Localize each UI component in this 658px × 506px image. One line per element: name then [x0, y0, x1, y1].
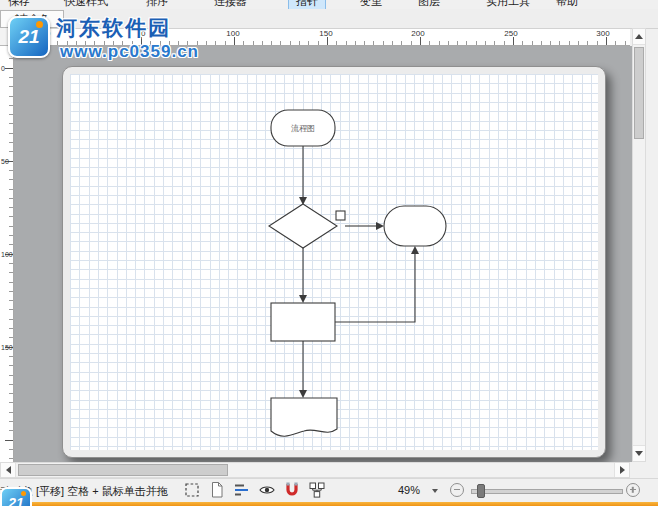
layout-grid-icon[interactable]: [308, 481, 326, 499]
arrow-right-icon: [620, 466, 625, 474]
vertical-scrollbar-thumb[interactable]: [634, 47, 644, 139]
ruler-tick-label: 150: [1, 344, 13, 351]
status-bar: 动对象 [平移] 空格 + 鼠标单击并拖: [0, 478, 658, 502]
menubar: 保存 快速样式 排序 连接器 指针 变里 图层 实用工具 帮助: [0, 0, 658, 9]
plus-icon-v: [632, 487, 634, 493]
scroll-left-button[interactable]: [1, 463, 16, 477]
menu-item-quick-style[interactable]: 快速样式: [64, 0, 108, 9]
ruler-tick-label: 50: [137, 29, 146, 38]
horizontal-ruler: 0 50 100 150 200 250 300: [14, 28, 630, 46]
arrow-up-icon: [635, 34, 643, 39]
menu-item-pointer-active[interactable]: 指针: [288, 0, 326, 9]
new-page-icon[interactable]: [208, 481, 226, 499]
ruler-tick-label: 150: [319, 29, 332, 38]
menu-item-arrange[interactable]: 排序: [146, 0, 168, 9]
menu-item-help[interactable]: 帮助: [556, 0, 578, 9]
page-grid: [70, 74, 598, 450]
page[interactable]: [62, 66, 606, 458]
bottom-accent-strip: [0, 502, 658, 506]
ruler-tick-label: 50: [1, 158, 9, 165]
scroll-right-button[interactable]: [614, 463, 629, 477]
menu-item-utilities[interactable]: 实用工具: [486, 0, 530, 9]
ruler-corner: [0, 28, 14, 46]
snap-magnet-icon[interactable]: [283, 481, 301, 499]
arrow-down-icon: [635, 451, 643, 456]
zoom-in-button[interactable]: [626, 483, 640, 497]
horizontal-scrollbar[interactable]: [0, 462, 630, 478]
status-hint-text: 动对象 [平移] 空格 + 鼠标单击并拖: [0, 484, 168, 499]
zoom-slider-handle[interactable]: [477, 484, 485, 498]
horizontal-scrollbar-thumb[interactable]: [18, 464, 228, 476]
menu-item-layers[interactable]: 图层: [418, 0, 440, 9]
visibility-eye-icon[interactable]: [258, 481, 276, 499]
zoom-level-value[interactable]: 49%: [398, 484, 420, 496]
ruler-tick-label: 100: [226, 29, 239, 38]
ruler-tick-label: 0: [1, 65, 5, 72]
ruler-tick-label: 250: [504, 29, 517, 38]
menu-item-variable[interactable]: 变里: [360, 0, 382, 9]
app-window: 保存 快速样式 排序 连接器 指针 变里 图层 实用工具 帮助 *未命名 0 5…: [0, 0, 658, 506]
tab-title: *未命名: [15, 12, 49, 26]
ruler-major-ticks: [48, 37, 630, 45]
ruler-major-ticks: [5, 68, 13, 462]
ruler-tick-label: 0: [46, 29, 50, 38]
vertical-ruler: 0 50 100 150: [0, 46, 14, 462]
vertical-scrollbar[interactable]: [632, 28, 646, 462]
menu-item-save[interactable]: 保存: [8, 0, 30, 9]
minus-icon: [454, 489, 460, 491]
selection-marquee-icon[interactable]: [183, 481, 201, 499]
ruler-tick-label: 100: [1, 251, 13, 258]
tab-untitled[interactable]: *未命名: [0, 10, 64, 28]
scroll-down-button[interactable]: [633, 445, 645, 461]
ruler-tick-label: 300: [596, 29, 609, 38]
zoom-out-button[interactable]: [450, 483, 464, 497]
status-toolbar: [183, 481, 326, 499]
canvas[interactable]: [14, 46, 632, 462]
tab-bar: *未命名: [0, 9, 658, 29]
scrollbar-corner: [630, 462, 646, 478]
zoom-slider-track[interactable]: [471, 489, 623, 494]
menu-item-connector[interactable]: 连接器: [214, 0, 247, 9]
scroll-up-button[interactable]: [633, 29, 645, 45]
align-left-icon[interactable]: [233, 481, 251, 499]
ruler-tick-label: 200: [411, 29, 424, 38]
arrow-left-icon: [6, 466, 11, 474]
zoom-dropdown-caret-icon[interactable]: [432, 489, 438, 493]
